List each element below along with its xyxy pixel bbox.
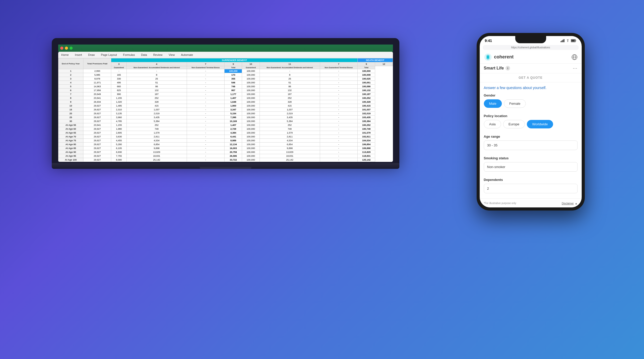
excel-ribbon: Home Insert Draw Page Layout Formulas Da…	[58, 52, 393, 58]
table-cell: 100,000	[242, 154, 260, 158]
ng-acc-db-header: Non-Guaranteed: Accumulated Dividends an…	[260, 66, 320, 69]
smoking-status-label: Smoking status	[484, 156, 578, 160]
ribbon-data[interactable]: Data	[140, 53, 148, 57]
table-cell: 5,280	[111, 142, 126, 146]
table-cell: 100,000	[242, 115, 260, 119]
location-worldwide-button[interactable]: Worldwide	[527, 120, 553, 128]
table-cell: 100,051	[358, 81, 375, 84]
table-row: At Age 5523,9411,155252-1,407100,000252-…	[58, 123, 393, 127]
age-range-input[interactable]	[484, 141, 578, 150]
table-cell: 26,934	[83, 100, 111, 104]
gender-section: Gender Male Female	[480, 92, 582, 113]
more-menu-icon[interactable]: ···	[573, 66, 577, 71]
footer-note: *For illustrative purpose only	[484, 202, 516, 205]
table-cell: At Age 90	[58, 150, 83, 154]
table-cell: 100,000	[225, 69, 242, 73]
ribbon-home[interactable]: Home	[60, 53, 70, 57]
gender-female-button[interactable]: Female	[504, 99, 526, 108]
location-europe-button[interactable]: Europe	[503, 120, 525, 128]
table-cell: 825	[111, 88, 126, 92]
table-cell: 25	[126, 77, 187, 81]
table-cell: -	[320, 135, 357, 138]
table-cell: -	[320, 77, 357, 81]
table-cell: 51	[260, 81, 320, 84]
table-row: 12,993---100,000100,000--100,000	[58, 69, 393, 73]
table-cell: 252	[260, 96, 320, 100]
table-cell: 4,534	[126, 138, 187, 142]
table-cell: 2,811	[126, 135, 187, 138]
table-cell: 4,455	[111, 138, 126, 142]
ribbon-page-layout[interactable]: Page Layout	[100, 53, 118, 57]
dependents-input[interactable]	[484, 184, 578, 193]
table-row: 617,956825132-957100,000132-100,132	[58, 88, 393, 92]
minimize-dot[interactable]	[65, 47, 68, 50]
maximize-dot[interactable]	[70, 47, 73, 50]
table-cell: 23,941	[83, 123, 111, 127]
table-cell: 1,407	[225, 96, 242, 100]
disclaimer-link[interactable]: Disclaimer ▲	[562, 201, 577, 205]
table-row: At Age 6029,9271,980749-2,729100,000749-…	[58, 127, 393, 131]
table-cell: -	[320, 119, 357, 123]
globe-icon[interactable]	[571, 54, 578, 60]
table-cell: 2,019	[126, 111, 187, 115]
status-icons	[561, 39, 577, 42]
ribbon-formulas[interactable]: Formulas	[122, 53, 136, 57]
table-cell: 1,648	[225, 100, 242, 104]
wifi-icon	[566, 39, 570, 42]
table-cell: -	[187, 131, 224, 135]
info-icon[interactable]: ℹ	[505, 66, 510, 71]
table-cell: 118,831	[358, 154, 375, 158]
table-cell: 86	[126, 84, 187, 88]
table-cell: -	[187, 88, 224, 92]
table-cell: 29,927	[83, 150, 111, 154]
table-cell: 104,534	[358, 138, 375, 142]
table-cell: 2	[58, 73, 83, 77]
table-cell: -	[187, 142, 224, 146]
table-cell: 1,579	[260, 131, 320, 135]
smoking-status-section: Smoking status	[480, 155, 582, 177]
get-quote-button[interactable]: GET A QUOTE	[480, 73, 582, 82]
table-cell: 173	[225, 73, 242, 77]
table-cell: -	[320, 158, 357, 162]
table-cell: 6,930	[111, 150, 126, 154]
ribbon-draw[interactable]: Draw	[87, 53, 96, 57]
table-cell: -	[187, 96, 224, 100]
table-cell: 11,971	[83, 81, 111, 84]
table-cell: 102,811	[358, 135, 375, 138]
table-cell: 101,579	[358, 131, 375, 135]
table-cell: 2,019	[260, 111, 320, 115]
table-cell: 3,630	[111, 135, 126, 138]
table-cell: At Age 80	[58, 142, 83, 146]
ribbon-automate[interactable]: Automate	[180, 53, 194, 57]
table-cell: 100,000	[242, 84, 260, 88]
header-total-premiums: Total Premiums Paid	[83, 58, 111, 69]
table-cell: 100,000	[242, 150, 260, 154]
table-cell: -	[187, 111, 224, 115]
table-cell: -	[126, 69, 187, 73]
table-cell: 2,993	[83, 69, 111, 73]
table-cell: 415	[260, 104, 320, 108]
laptop-screen: Home Insert Draw Page Layout Formulas Da…	[58, 52, 393, 162]
close-dot[interactable]	[60, 47, 63, 50]
location-asia-button[interactable]: Asia	[484, 120, 501, 128]
ng-acc-header: Non-Guaranteed: Accumulated Dividends an…	[126, 66, 187, 69]
ribbon-review[interactable]: Review	[152, 53, 164, 57]
table-cell: 4,534	[260, 138, 320, 142]
table-cell: 2,805	[111, 131, 126, 135]
table-cell: -	[320, 150, 357, 154]
ribbon-view[interactable]: View	[168, 53, 176, 57]
status-time: 9:41	[485, 39, 492, 43]
table-cell: 29,927	[83, 119, 111, 123]
smoking-status-input[interactable]	[484, 162, 578, 172]
table-cell: 252	[260, 123, 320, 127]
table-cell: -	[320, 81, 357, 84]
table-cell: 1,037	[260, 108, 320, 111]
table-cell: 103,435	[358, 115, 375, 119]
ribbon-insert[interactable]: Insert	[74, 53, 83, 57]
table-cell: -	[187, 115, 224, 119]
table-row: At Age 9029,9276,93013,829-20,759100,000…	[58, 150, 393, 154]
table-cell: 100,086	[358, 84, 375, 88]
table-cell: 16,003	[225, 146, 242, 150]
gender-male-button[interactable]: Male	[484, 99, 502, 108]
table-cell: 100,252	[358, 123, 375, 127]
